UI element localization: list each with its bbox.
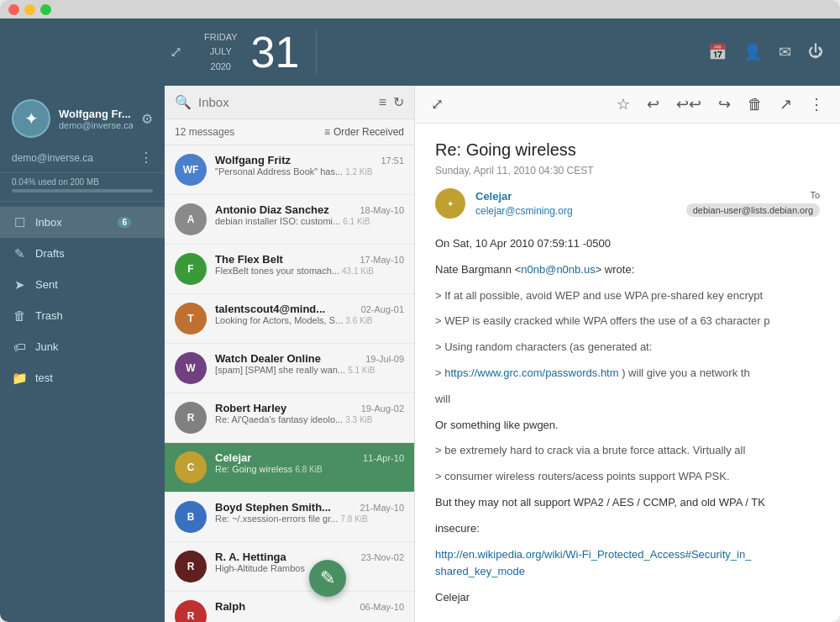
sent-nav-label: Sent xyxy=(35,278,131,291)
account-label: demo@inverse.ca xyxy=(12,152,93,164)
email-sender: Celejar xyxy=(215,451,251,464)
window-chrome xyxy=(0,0,840,18)
sidebar-item-inbox[interactable]: ☐ Inbox 6 ⋮ xyxy=(0,207,165,238)
blockquote-will: will xyxy=(435,391,820,409)
more-icon[interactable]: ⋮ xyxy=(806,92,827,116)
email-sender: The Flex Belt xyxy=(215,253,283,266)
email-preview: Looking for Actors, Models, S... 3.6 KiB xyxy=(215,315,404,325)
calendar-icon[interactable]: 📅 xyxy=(708,43,727,61)
star-icon[interactable]: ☆ xyxy=(614,92,633,116)
email-content: talentscout4@mind... 02-Aug-01 Looking f… xyxy=(215,303,404,325)
search-input[interactable] xyxy=(198,95,372,109)
contacts-icon[interactable]: 👤 xyxy=(743,43,762,61)
email-preview: Re: Going wireless 6.8 KiB xyxy=(215,464,404,474)
email-avatar: B xyxy=(175,501,207,533)
email-content: Wolfgang Fritz 17:51 "Personal Address B… xyxy=(215,154,404,177)
email-size: 7.8 KiB xyxy=(340,514,367,524)
mail-icon[interactable]: ✉ xyxy=(779,43,791,61)
wiki-link[interactable]: http://en.wikipedia.org/wiki/Wi-Fi_Prote… xyxy=(435,548,751,578)
blockquote-6: > consumer wireless routers/acess points… xyxy=(435,468,820,486)
to-badge: To xyxy=(810,190,820,200)
date-section: FRIDAY JULY 2020 31 xyxy=(187,30,317,75)
email-date: 19-Jul-09 xyxy=(365,354,404,364)
email-item[interactable]: B Boyd Stephen Smith... 21-May-10 Re: ~/… xyxy=(165,493,414,542)
email-content: Boyd Stephen Smith... 21-May-10 Re: ~/.x… xyxy=(215,501,404,524)
email-sender: Ralph xyxy=(215,600,245,613)
compose-button[interactable]: ✎ xyxy=(309,560,346,597)
maximize-button[interactable] xyxy=(40,4,51,15)
sign-dash: -- xyxy=(435,615,820,622)
email-subject: Re: Going wireless xyxy=(435,140,820,160)
email-date: 17:51 xyxy=(381,156,404,166)
email-item[interactable]: F The Flex Belt 17-May-10 FlexBelt tones… xyxy=(165,245,414,294)
refresh-icon[interactable]: ↻ xyxy=(393,94,404,110)
user-name: Wolfgang Fr... xyxy=(59,108,133,120)
sidebar-item-trash[interactable]: 🗑 Trash ⋮ xyxy=(0,300,165,331)
n0nb-link[interactable]: n0nb@n0nb.us xyxy=(521,263,595,276)
expand-icon[interactable]: ⤢ xyxy=(165,38,187,66)
email-sender: Antonio Diaz Sanchez xyxy=(215,203,329,216)
search-bar: 🔍 ≡ ↻ xyxy=(165,86,414,119)
from-email-link[interactable]: celejar@csmining.org xyxy=(475,205,573,217)
email-avatar: T xyxy=(175,303,207,335)
email-sender: talentscout4@mind... xyxy=(215,303,325,315)
email-body: On Sat, 10 Apr 2010 07:59:11 -0500 Nate … xyxy=(435,235,820,622)
email-preview: FlexBelt tones your stomach... 43.1 KiB xyxy=(215,266,404,276)
inbox-badge: 6 xyxy=(118,217,131,228)
blockquote-4: > https://www.grc.com/passwords.htm ) wi… xyxy=(435,365,820,382)
email-size: 3.6 KiB xyxy=(345,316,372,325)
order-button[interactable]: ≡ Order Received xyxy=(324,126,404,138)
reply-all-icon[interactable]: ↩↩ xyxy=(674,92,704,116)
email-item[interactable]: C Celejar 11-Apr-10 Re: Going wireless 6… xyxy=(165,443,414,493)
from-avatar: ✦ xyxy=(435,188,465,219)
minimize-button[interactable] xyxy=(24,4,35,15)
email-item[interactable]: WF Wolfgang Fritz 17:51 "Personal Addres… xyxy=(165,145,414,195)
email-sender: Watch Dealer Online xyxy=(215,352,321,365)
account-row: demo@inverse.ca ⋮ xyxy=(0,146,165,173)
grc-link[interactable]: https://www.grc.com/passwords.htm xyxy=(444,366,618,379)
sidebar-item-test[interactable]: 📁 test ⋮ xyxy=(0,362,165,393)
storage-bar: 0.04% used on 200 MB xyxy=(0,173,165,202)
settings-icon[interactable]: ⚙ xyxy=(141,111,153,127)
message-count: 12 messages xyxy=(175,126,234,138)
blockquote-5: > be extremely hard to crack via a brute… xyxy=(435,442,820,460)
to-address: debian-user@lists.debian.org xyxy=(686,203,820,217)
email-date: 18-May-10 xyxy=(360,205,404,215)
forward-icon[interactable]: ↪ xyxy=(716,92,733,116)
power-icon[interactable]: ⏻ xyxy=(808,43,823,61)
top-bar-actions: 📅 👤 ✉ ⏻ xyxy=(317,43,840,61)
email-preview: "Personal Address Book" has... 1.2 KiB xyxy=(215,166,404,177)
sidebar-item-junk[interactable]: 🏷 Junk ⋮ xyxy=(0,331,165,362)
from-name: Celejar xyxy=(475,190,676,203)
email-item[interactable]: R Robert Harley 19-Aug-02 Re: Al'Qaeda's… xyxy=(165,393,414,443)
email-item[interactable]: A Antonio Diaz Sanchez 18-May-10 debian … xyxy=(165,195,414,245)
email-avatar: W xyxy=(175,352,207,384)
list-header: 12 messages ≡ Order Received xyxy=(165,119,414,145)
test-nav-icon: 📁 xyxy=(12,371,27,386)
fullscreen-icon[interactable]: ⤢ xyxy=(428,92,446,116)
sidebar-item-sent[interactable]: ➤ Sent ⋮ xyxy=(0,269,165,300)
email-date: 19-Aug-02 xyxy=(361,403,404,414)
sidebar-header: ✦ Wolfgang Fr... demo@inverse.ca ⚙ xyxy=(0,86,165,146)
open-external-icon[interactable]: ↗ xyxy=(777,92,795,116)
filter-icon[interactable]: ≡ xyxy=(379,95,386,110)
sidebar-item-drafts[interactable]: ✎ Drafts ⋮ xyxy=(0,238,165,269)
email-size: 6.8 KiB xyxy=(295,465,322,474)
email-list-panel: 🔍 ≡ ↻ 12 messages ≡ Order Received WF Wo… xyxy=(165,18,415,622)
order-icon: ≡ xyxy=(324,126,330,138)
email-item[interactable]: W Watch Dealer Online 19-Jul-09 [spam] [… xyxy=(165,344,414,393)
date-day: 31 xyxy=(251,30,300,74)
delete-icon[interactable]: 🗑 xyxy=(745,93,765,116)
email-date: 06-May-10 xyxy=(360,602,404,612)
pwgen-line: Or something like pwgen. xyxy=(435,417,820,435)
reply-icon[interactable]: ↩ xyxy=(644,92,662,116)
email-item[interactable]: T talentscout4@mind... 02-Aug-01 Looking… xyxy=(165,294,414,344)
email-item[interactable]: R Ralph 06-May-10 xyxy=(165,592,414,622)
order-label: Order Received xyxy=(333,126,404,138)
sign-name: Celejar xyxy=(435,589,820,607)
email-sender: Wolfgang Fritz xyxy=(215,154,291,166)
account-more-icon[interactable]: ⋮ xyxy=(139,150,153,166)
email-item[interactable]: R R. A. Hettinga 23-Nov-02 High-Altitude… xyxy=(165,542,414,592)
email-size: 43.1 KiB xyxy=(342,266,374,276)
close-button[interactable] xyxy=(8,4,19,15)
